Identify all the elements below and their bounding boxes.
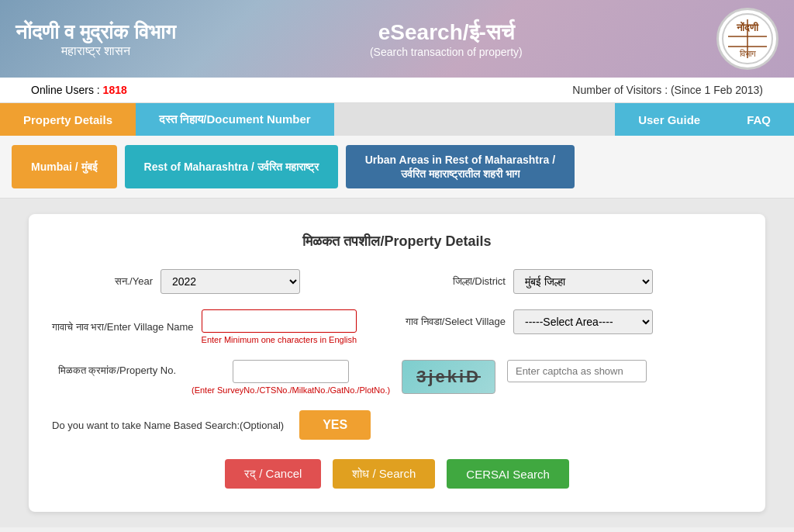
- region-rest-maharashtra[interactable]: Rest of Maharashtra / उर्वरित महाराष्ट्र: [125, 145, 338, 188]
- header-subtitle-marathi: महाराष्ट्र शासन: [16, 44, 176, 58]
- form-card: मिळकत तपशील/Property Details सन./Year 20…: [29, 214, 765, 512]
- header-title-marathi: नोंदणी व मुद्रांक विभाग: [16, 20, 176, 44]
- property-inputs: (Enter SurveyNo./CTSNo./MilkatNo./GatNo.…: [192, 360, 742, 395]
- property-no-wrap: (Enter SurveyNo./CTSNo./MilkatNo./GatNo.…: [192, 360, 390, 395]
- village-name-input[interactable]: [202, 309, 357, 333]
- property-no-input[interactable]: [233, 360, 349, 383]
- region-urban-areas[interactable]: Urban Areas in Rest of Maharashtra / उर्…: [346, 145, 575, 188]
- district-select[interactable]: मुंबई जिल्हा: [513, 269, 653, 294]
- esearch-title: eSearch/ई-सर्च: [370, 20, 523, 46]
- tab-faq[interactable]: FAQ: [723, 103, 794, 136]
- village-row: गावाचे नाव भरा/Enter Village Name Enter …: [52, 309, 742, 344]
- info-bar: Online Users : 1818 Number of Visitors :…: [0, 78, 794, 103]
- village-input-wrap: Enter Minimum one characters in English: [202, 309, 357, 344]
- tab-property-details[interactable]: Property Details: [0, 103, 136, 136]
- select-village-group: गाव निवडा/Select Village -----Select Are…: [405, 309, 742, 334]
- captcha-input[interactable]: [507, 360, 647, 382]
- header: नोंदणी व मुद्रांक विभाग महाराष्ट्र शासन …: [0, 0, 794, 78]
- header-center: eSearch/ई-सर्च (Search transaction of pr…: [370, 20, 523, 58]
- name-search-row: Do you want to take Name Based Search:(O…: [52, 410, 742, 440]
- online-users-label: Online Users : 1818: [31, 84, 127, 96]
- cancel-button[interactable]: रद् / Cancel: [225, 459, 321, 489]
- action-row: रद् / Cancel शोध / Search CERSAI Search: [52, 459, 742, 489]
- search-button[interactable]: शोध / Search: [333, 459, 435, 489]
- region-bar: Mumbai / मुंबई Rest of Maharashtra / उर्…: [0, 136, 794, 199]
- name-search-label: Do you want to take Name Based Search:(O…: [52, 420, 284, 431]
- main-content: मिळकत तपशील/Property Details सन./Year 20…: [0, 199, 794, 527]
- header-left: नोंदणी व मुद्रांक विभाग महाराष्ट्र शासन: [16, 20, 176, 58]
- esearch-subtitle: (Search transaction of property): [370, 46, 523, 58]
- nav-tabs: Property Details दस्त निहाय/Document Num…: [0, 103, 794, 136]
- yes-button[interactable]: YES: [299, 410, 371, 440]
- logo: नोंदणी विभाग: [716, 8, 778, 70]
- year-select[interactable]: 2022 2021 2020: [161, 269, 300, 294]
- region-mumbai[interactable]: Mumbai / मुंबई: [12, 145, 117, 188]
- village-name-label: गावाचे नाव भरा/Enter Village Name: [52, 321, 194, 333]
- form-title: मिळकत तपशील/Property Details: [52, 233, 742, 250]
- district-label: जिल्हा/District: [405, 275, 506, 288]
- village-error-text: Enter Minimum one characters in English: [202, 335, 357, 344]
- property-row: मिळकत क्रमांक/Property No. (Enter Survey…: [52, 360, 742, 395]
- district-group: जिल्हा/District मुंबई जिल्हा: [405, 269, 742, 294]
- tab-user-guide[interactable]: User Guide: [615, 103, 723, 136]
- cersai-button[interactable]: CERSAI Search: [447, 459, 569, 489]
- select-village-label: गाव निवडा/Select Village: [405, 316, 506, 328]
- captcha-image: 3jekiD: [402, 360, 495, 394]
- year-group: सन./Year 2022 2021 2020: [52, 269, 389, 294]
- visitors-label: Number of Visitors : (Since 1 Feb 2013): [572, 84, 763, 96]
- tab-document-number[interactable]: दस्त निहाय/Document Number: [136, 103, 334, 136]
- property-hint: (Enter SurveyNo./CTSNo./MilkatNo./GatNo.…: [192, 385, 390, 395]
- select-village-select[interactable]: -----Select Area----: [513, 309, 653, 334]
- online-count: 1818: [103, 84, 127, 96]
- village-name-group: गावाचे नाव भरा/Enter Village Name Enter …: [52, 309, 389, 344]
- year-label: सन./Year: [52, 275, 153, 288]
- property-no-label: मिळकत क्रमांक/Property No.: [52, 360, 176, 377]
- svg-text:विभाग: विभाग: [738, 49, 755, 58]
- year-district-row: सन./Year 2022 2021 2020 जिल्हा/District …: [52, 269, 742, 294]
